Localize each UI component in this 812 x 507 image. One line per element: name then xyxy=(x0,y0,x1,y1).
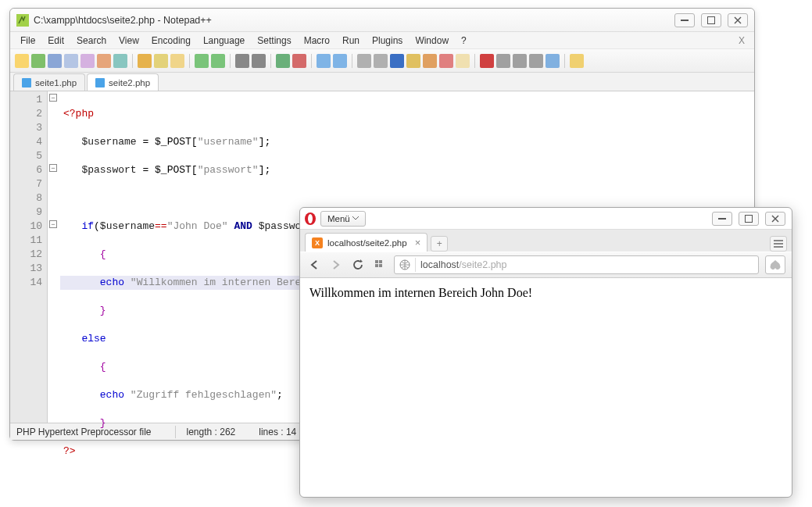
menu-plugins[interactable]: Plugins xyxy=(367,34,408,48)
browser-content: Willkommen im internen Bereich John Doe! xyxy=(300,278,792,308)
page-text: Willkommen im internen Bereich John Doe! xyxy=(309,286,532,299)
svg-rect-8 xyxy=(774,243,783,245)
tab-seite1[interactable]: seite1.php xyxy=(13,73,85,91)
svg-rect-6 xyxy=(746,215,753,222)
indent-guide-icon[interactable] xyxy=(390,54,404,68)
menu-language[interactable]: Language xyxy=(198,34,250,48)
redo-icon[interactable] xyxy=(211,54,225,68)
minimize-button[interactable] xyxy=(712,212,732,226)
zoom-in-icon[interactable] xyxy=(276,54,290,68)
close-button[interactable] xyxy=(765,212,785,226)
fold-column: − − − xyxy=(48,91,60,423)
svg-rect-13 xyxy=(379,264,382,267)
address-bar[interactable]: localhost/seite2.php xyxy=(394,255,759,274)
all-chars-icon[interactable] xyxy=(374,54,388,68)
npp-titlebar[interactable]: C:\xampp\htdocs\seite2.php - Notepad++ xyxy=(10,9,754,32)
menu-run[interactable]: Run xyxy=(337,34,365,48)
xampp-icon: X xyxy=(312,237,323,248)
file-icon xyxy=(22,78,31,87)
menubar-x-icon[interactable]: X xyxy=(734,35,749,46)
browser-tab[interactable]: X localhost/seite2.php × xyxy=(305,233,427,252)
save-macro-icon[interactable] xyxy=(546,54,560,68)
tab-label: seite2.php xyxy=(109,78,150,87)
menu-label: Menü xyxy=(327,214,350,223)
play-icon[interactable] xyxy=(513,54,527,68)
maximize-button[interactable] xyxy=(739,212,759,226)
find-icon[interactable] xyxy=(235,54,249,68)
svg-rect-5 xyxy=(718,218,726,220)
opera-menu-button[interactable]: Menü xyxy=(320,211,366,227)
tab-label: localhost/seite2.php xyxy=(327,238,407,248)
url-host: localhost xyxy=(420,259,459,270)
opera-icon xyxy=(303,212,317,226)
maximize-button[interactable] xyxy=(701,13,721,27)
menu-encoding[interactable]: Encoding xyxy=(146,34,196,48)
close-all-icon[interactable] xyxy=(97,54,111,68)
svg-rect-11 xyxy=(379,260,382,263)
url-path: /seite2.php xyxy=(459,259,506,270)
tab-menu-icon[interactable] xyxy=(770,236,787,252)
svg-point-4 xyxy=(308,214,313,223)
doc-map-icon[interactable] xyxy=(423,54,437,68)
cut-icon[interactable] xyxy=(138,54,152,68)
save-icon[interactable] xyxy=(48,54,62,68)
open-file-icon[interactable] xyxy=(31,54,45,68)
svg-rect-0 xyxy=(16,14,29,27)
menu-help[interactable]: ? xyxy=(456,34,472,48)
close-tab-icon[interactable]: × xyxy=(415,237,421,248)
monitor-icon[interactable] xyxy=(570,54,584,68)
menu-settings[interactable]: Settings xyxy=(252,34,296,48)
menu-file[interactable]: File xyxy=(15,34,41,48)
fold-toggle-icon[interactable]: − xyxy=(49,220,57,228)
speed-dial-button[interactable] xyxy=(372,257,388,273)
stop-icon[interactable] xyxy=(496,54,510,68)
zoom-out-icon[interactable] xyxy=(292,54,306,68)
browser-titlebar[interactable]: Menü xyxy=(300,208,792,230)
play-multi-icon[interactable] xyxy=(529,54,543,68)
menu-edit[interactable]: Edit xyxy=(42,34,70,48)
record-icon[interactable] xyxy=(480,54,494,68)
svg-rect-1 xyxy=(681,20,689,21)
svg-rect-2 xyxy=(708,16,715,23)
paste-icon[interactable] xyxy=(170,54,184,68)
fold-toggle-icon[interactable]: − xyxy=(49,164,57,172)
menu-window[interactable]: Window xyxy=(410,34,454,48)
new-tab-button[interactable]: + xyxy=(431,236,448,252)
menubar: File Edit Search View Encoding Language … xyxy=(10,32,754,49)
svg-rect-10 xyxy=(375,260,378,263)
minimize-button[interactable] xyxy=(674,13,695,27)
chevron-down-icon xyxy=(352,216,359,220)
svg-rect-9 xyxy=(774,246,783,248)
back-button[interactable] xyxy=(306,257,322,273)
save-all-icon[interactable] xyxy=(64,54,78,68)
toolbar xyxy=(10,49,754,73)
reload-button[interactable] xyxy=(350,257,366,273)
tab-seite2[interactable]: seite2.php xyxy=(87,73,159,91)
fold-toggle-icon[interactable]: − xyxy=(49,94,57,102)
folder-icon[interactable] xyxy=(456,54,470,68)
forward-button[interactable] xyxy=(328,257,344,273)
svg-rect-12 xyxy=(375,264,378,267)
replace-icon[interactable] xyxy=(252,54,266,68)
notepad-plus-plus-icon xyxy=(16,14,29,27)
sync-v-icon[interactable] xyxy=(317,54,331,68)
close-button[interactable] xyxy=(728,13,748,27)
bookmark-button[interactable] xyxy=(765,255,785,274)
func-list-icon[interactable] xyxy=(439,54,453,68)
globe-icon xyxy=(399,259,410,270)
new-file-icon[interactable] xyxy=(15,54,29,68)
wrap-icon[interactable] xyxy=(357,54,371,68)
sync-h-icon[interactable] xyxy=(333,54,347,68)
close-file-icon[interactable] xyxy=(80,54,95,68)
opera-browser-window: Menü X localhost/seite2.php × + xyxy=(299,207,792,498)
tab-label: seite1.php xyxy=(35,78,77,87)
menu-macro[interactable]: Macro xyxy=(299,34,335,48)
svg-rect-7 xyxy=(774,240,783,241)
file-icon xyxy=(95,78,105,87)
print-icon[interactable] xyxy=(113,54,127,68)
menu-view[interactable]: View xyxy=(113,34,145,48)
user-lang-icon[interactable] xyxy=(406,54,420,68)
menu-search[interactable]: Search xyxy=(71,34,112,48)
copy-icon[interactable] xyxy=(154,54,168,68)
undo-icon[interactable] xyxy=(195,54,209,68)
